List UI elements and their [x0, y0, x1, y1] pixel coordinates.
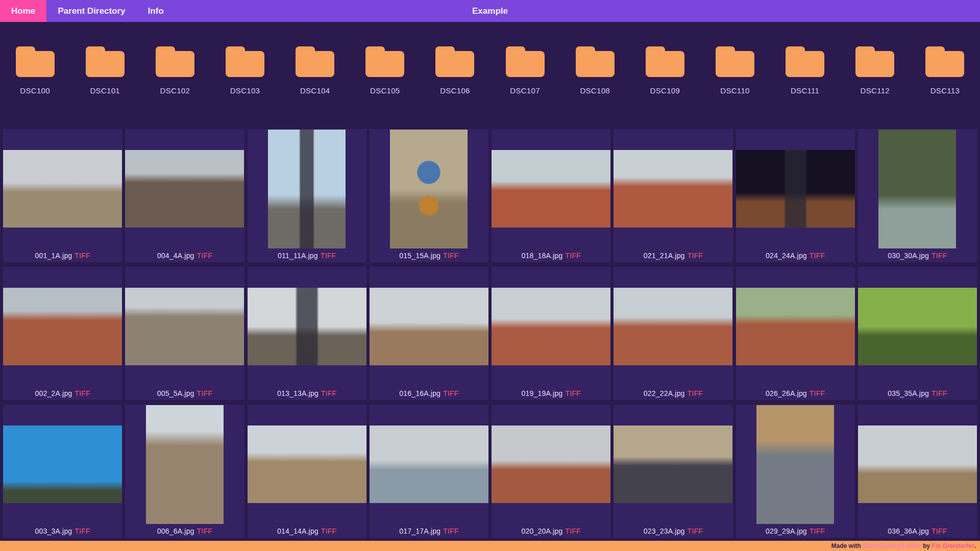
- tiff-link-026_26A[interactable]: TIFF: [810, 389, 825, 397]
- folder-icon-part: [91, 53, 119, 77]
- photo-thumbnail-023_23A[interactable]: [614, 425, 732, 503]
- folder-dsc107[interactable]: DSC107: [490, 46, 560, 95]
- folder-icon: [646, 46, 684, 77]
- tiff-link-023_23A[interactable]: TIFF: [688, 527, 703, 535]
- static-gallery-builder-link[interactable]: StaticGalleryBuilder: [863, 542, 921, 549]
- nav-item-home[interactable]: Home: [0, 0, 46, 22]
- filename-text: 013_13A.jpg: [277, 389, 318, 397]
- thumbnail-caption: 024_24A.jpgTIFF: [736, 248, 855, 262]
- photo-thumbnail-017_17A[interactable]: [370, 425, 488, 503]
- photo-thumbnail-022_22A[interactable]: [614, 288, 732, 365]
- filename-text: 035_35A.jpg: [888, 389, 929, 397]
- photo-thumbnail-011_11A[interactable]: [268, 130, 346, 248]
- tiff-link-003_3A[interactable]: TIFF: [75, 527, 90, 535]
- folder-label: DSC105: [370, 86, 400, 95]
- folder-dsc108[interactable]: DSC108: [560, 46, 630, 95]
- folder-icon-part: [301, 53, 329, 77]
- folder-icon: [786, 46, 824, 77]
- tiff-link-006_6A[interactable]: TIFF: [197, 527, 212, 535]
- tiff-link-015_15A[interactable]: TIFF: [443, 252, 458, 260]
- photo-thumbnail-005_5A[interactable]: [125, 288, 244, 365]
- thumbnail-caption: 013_13A.jpgTIFF: [248, 386, 366, 400]
- gallery-cell: 004_4A.jpgTIFF: [125, 129, 244, 262]
- folder-dsc109[interactable]: DSC109: [630, 46, 700, 95]
- folder-dsc102[interactable]: DSC102: [140, 46, 210, 95]
- tiff-link-017_17A[interactable]: TIFF: [443, 527, 458, 535]
- folder-dsc100[interactable]: DSC100: [0, 46, 70, 95]
- filename-text: 015_15A.jpg: [399, 252, 440, 260]
- thumbnail-wrapper: [858, 129, 977, 248]
- tiff-link-029_29A[interactable]: TIFF: [810, 527, 825, 535]
- folder-dsc104[interactable]: DSC104: [280, 46, 350, 95]
- filename-text: 017_17A.jpg: [399, 527, 440, 535]
- photo-thumbnail-026_26A[interactable]: [736, 288, 855, 365]
- nav-item-info[interactable]: Info: [137, 0, 175, 22]
- tiff-link-016_16A[interactable]: TIFF: [443, 389, 458, 397]
- tiff-link-024_24A[interactable]: TIFF: [810, 252, 825, 260]
- folder-dsc110[interactable]: DSC110: [700, 46, 770, 95]
- thumbnail-caption: 016_16A.jpgTIFF: [370, 386, 488, 400]
- folder-dsc103[interactable]: DSC103: [210, 46, 280, 95]
- nav-item-parent-directory[interactable]: Parent Directory: [46, 0, 136, 22]
- photo-thumbnail-006_6A[interactable]: [146, 405, 224, 524]
- photo-thumbnail-021_21A[interactable]: [614, 150, 732, 228]
- photo-thumbnail-014_14A[interactable]: [248, 425, 366, 503]
- photo-thumbnail-016_16A[interactable]: [370, 288, 488, 365]
- gallery-cell: 019_19A.jpgTIFF: [492, 267, 610, 400]
- tiff-link-011_11A[interactable]: TIFF: [321, 252, 336, 260]
- folder-icon: [576, 46, 615, 77]
- tiff-link-014_14A[interactable]: TIFF: [321, 527, 336, 535]
- photo-thumbnail-036_36A[interactable]: [858, 425, 977, 503]
- thumbnail-caption: 004_4A.jpgTIFF: [125, 248, 244, 262]
- tiff-link-018_18A[interactable]: TIFF: [565, 252, 580, 260]
- tiff-link-005_5A[interactable]: TIFF: [197, 389, 212, 397]
- tiff-link-022_22A[interactable]: TIFF: [688, 389, 703, 397]
- folder-icon-part: [791, 53, 819, 77]
- folder-icon-part: [861, 53, 889, 77]
- folder-dsc111[interactable]: DSC111: [770, 46, 840, 95]
- photo-thumbnail-001_1A[interactable]: [3, 150, 122, 228]
- tiff-link-020_20A[interactable]: TIFF: [565, 527, 580, 535]
- tiff-link-002_2A[interactable]: TIFF: [75, 389, 90, 397]
- photo-thumbnail-030_30A[interactable]: [878, 130, 956, 248]
- tiff-link-035_35A[interactable]: TIFF: [932, 389, 947, 397]
- photo-thumbnail-019_19A[interactable]: [492, 288, 610, 365]
- tiff-link-004_4A[interactable]: TIFF: [197, 252, 212, 260]
- photo-thumbnail-018_18A[interactable]: [492, 150, 610, 228]
- tiff-link-036_36A[interactable]: TIFF: [932, 527, 947, 535]
- photo-thumbnail-015_15A[interactable]: [390, 130, 468, 248]
- photo-thumbnail-024_24A[interactable]: [736, 150, 855, 228]
- folder-dsc101[interactable]: DSC101: [70, 46, 140, 95]
- thumbnail-wrapper: [370, 129, 488, 248]
- tiff-link-001_1A[interactable]: TIFF: [75, 252, 90, 260]
- photo-thumbnail-020_20A[interactable]: [492, 425, 610, 503]
- thumbnail-wrapper: [858, 267, 977, 386]
- footer-made-with-text: Made with: [831, 542, 863, 549]
- filename-text: 011_11A.jpg: [278, 252, 318, 260]
- folder-dsc113[interactable]: DSC113: [910, 46, 980, 95]
- filename-text: 024_24A.jpg: [766, 252, 807, 260]
- folder-dsc106[interactable]: DSC106: [420, 46, 490, 95]
- photo-thumbnail-002_2A[interactable]: [3, 288, 122, 365]
- folder-label: DSC110: [720, 86, 749, 95]
- filename-text: 014_14A.jpg: [277, 527, 318, 535]
- folder-label: DSC102: [160, 86, 190, 95]
- gallery-cell: 015_15A.jpgTIFF: [370, 129, 488, 262]
- photo-thumbnail-035_35A[interactable]: [858, 288, 977, 365]
- photo-thumbnail-029_29A[interactable]: [756, 405, 834, 524]
- author-link[interactable]: Flo Greistorfer: [932, 542, 974, 549]
- photo-thumbnail-003_3A[interactable]: [3, 425, 122, 503]
- folder-icon-part: [721, 53, 749, 77]
- filename-text: 016_16A.jpg: [399, 389, 440, 397]
- tiff-link-013_13A[interactable]: TIFF: [321, 389, 336, 397]
- filename-text: 004_4A.jpg: [157, 252, 194, 260]
- tiff-link-019_19A[interactable]: TIFF: [565, 389, 580, 397]
- tiff-link-030_30A[interactable]: TIFF: [932, 252, 947, 260]
- photo-thumbnail-013_13A[interactable]: [248, 288, 366, 365]
- photo-thumbnail-004_4A[interactable]: [125, 150, 244, 228]
- folder-dsc112[interactable]: DSC112: [840, 46, 910, 95]
- folder-dsc105[interactable]: DSC105: [350, 46, 420, 95]
- gallery-cell: 002_2A.jpgTIFF: [3, 267, 122, 400]
- tiff-link-021_21A[interactable]: TIFF: [688, 252, 703, 260]
- top-nav: HomeParent DirectoryInfo Example: [0, 0, 980, 22]
